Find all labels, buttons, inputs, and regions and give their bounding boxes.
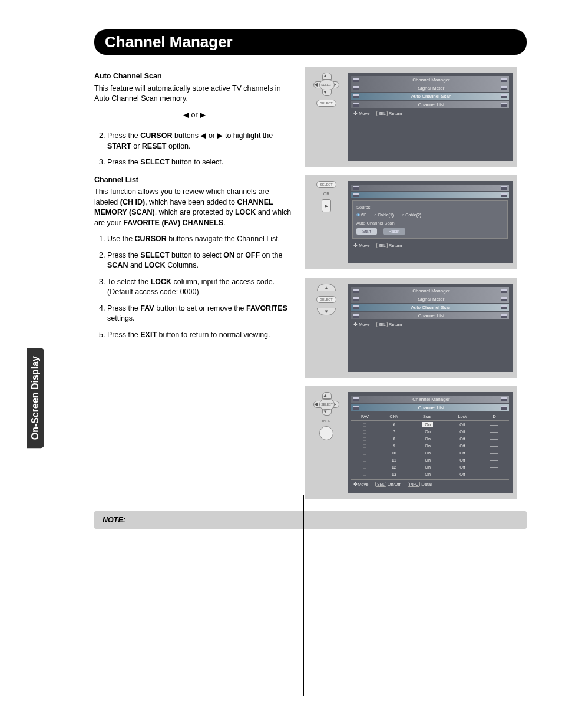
dpad-icon: ▲▼ ◀▶ SELECT xyxy=(313,73,339,96)
side-tab-onscreen: On-Screen Display xyxy=(27,348,44,448)
cl-step5: Press the EXIT button to return to norma… xyxy=(107,330,295,341)
right-arrow-icon: ▶ xyxy=(322,199,331,212)
select-button-icon: SELECT xyxy=(316,296,336,303)
table-row: 6OnOff—— xyxy=(351,421,509,429)
select-button-icon: SELECT xyxy=(316,181,336,188)
figure-acs-source: SELECT OR ▶ Source Air Cable(1) Cable(2) xyxy=(305,175,517,269)
cl-step4: Press the FAV button to set or remove th… xyxy=(107,304,295,324)
vertical-divider xyxy=(303,495,304,696)
table-row: 9OnOff—— xyxy=(351,442,509,449)
acs-intro: This feature will automatically store ac… xyxy=(94,84,295,104)
text-column: Auto Channel Scan This feature will auto… xyxy=(94,67,295,499)
figure-cl-table: ▲▼ ◀▶ SELECT INFO Channel Manager Channe… xyxy=(305,386,517,499)
dpad-icon: ▲▼ ◀▶ SELECT xyxy=(313,392,339,416)
figure-cl-menu: ▲ SELECT ▼ Channel Manager Signal Meter … xyxy=(305,278,517,378)
up-icon: ▲ xyxy=(317,284,336,291)
cl-intro: This function allows you to review which… xyxy=(94,187,295,228)
cl-step2: Press the SELECT button to select ON or … xyxy=(107,251,295,271)
table-row: 10OnOff—— xyxy=(351,449,509,456)
info-button-icon xyxy=(319,426,333,440)
table-row: 11OnOff—— xyxy=(351,456,509,463)
figures-column: ▲▼ ◀▶ SELECT SELECT Channel Manager Sign… xyxy=(305,67,517,499)
acs-heading: Auto Channel Scan xyxy=(94,71,295,82)
table-row: 13OnOff—— xyxy=(351,470,509,477)
table-row: 12OnOff—— xyxy=(351,463,509,470)
table-row: 7OnOff—— xyxy=(351,428,509,435)
acs-or-line: ◀ or ▶ xyxy=(94,110,295,121)
table-row: 8OnOff—— xyxy=(351,435,509,442)
cl-heading: Channel List xyxy=(94,175,295,186)
acs-step2: Press the CURSOR buttons ◀ or ▶ to highl… xyxy=(107,131,295,151)
acs-step3: Press the SELECT button to select. xyxy=(107,157,295,168)
cl-step1: Use the CURSOR buttons navigate the Chan… xyxy=(107,234,295,245)
figure-acs-menu: ▲▼ ◀▶ SELECT SELECT Channel Manager Sign… xyxy=(305,67,517,167)
cl-step3: To select the LOCK column, input the acc… xyxy=(107,277,295,298)
select-button-icon: SELECT xyxy=(316,100,336,107)
page-title: Channel Manager xyxy=(94,29,527,55)
down-icon: ▼ xyxy=(317,308,336,315)
channel-list-table: FAVCH#ScanLockID 6OnOff——7OnOff——8OnOff—… xyxy=(351,413,509,477)
note-box: NOTE: xyxy=(94,511,527,529)
